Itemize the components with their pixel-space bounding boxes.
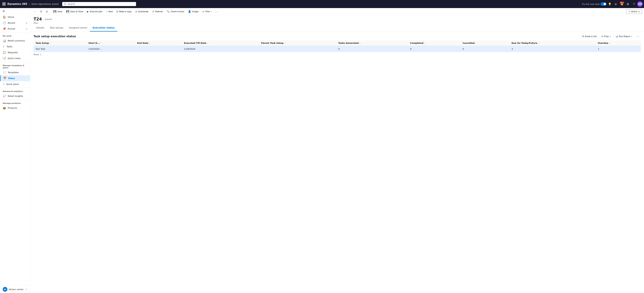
sidebar-item-products[interactable]: 📦 Products [0,105,30,111]
table-header: Task Setup ⌄ Start D... ⌃ [34,41,641,46]
execute-plan-button[interactable]: ▶ Execute plan [85,9,104,14]
user-avatar[interactable]: SM [637,1,643,7]
svg-rect-2 [5,3,6,3]
col-due-on-today[interactable]: Due On Today/Future ⌄ [510,41,596,46]
table-row[interactable]: Test Task 1/24/2024 ... 1/29/2024 4 0 0 … [34,46,641,52]
action-center-button[interactable]: AC Action center ◇ [0,285,30,293]
cell-start-date: 1/24/2024 ... [86,46,135,52]
svg-rect-0 [2,3,3,3]
tasks-icon: ✓ [3,45,5,48]
grid-more-button[interactable]: ⋯ [635,34,641,39]
refresh-button[interactable]: ↺ Refresh [150,9,164,14]
cell-executed-till-date: 1/29/2024 [182,46,259,52]
deactivate-button[interactable]: ⊘ Deactivate [134,9,150,14]
search-input[interactable] [68,3,134,5]
action-center-avatar: AC [3,287,8,292]
col-start-date[interactable]: Start D... ⌃ [86,41,135,46]
plus-icon[interactable]: + [613,1,618,7]
cell-cancelled[interactable]: 0 [460,46,510,52]
check-access-icon: 🔍 [166,10,170,13]
flow-button[interactable]: ⇌ Flow ∨ [200,9,214,14]
refresh-icon: ↺ [152,10,154,13]
col-task-setup[interactable]: Task Setup ⌄ [34,41,86,46]
grid-flow-chevron: ∨ [610,36,611,37]
check-access-button[interactable]: 🔍 Check Access [165,9,186,14]
grid-flow-button[interactable]: ⇌ Flow ∨ [600,34,612,39]
execute-icon: ▶ [87,10,89,13]
help-icon[interactable]: ? [631,1,636,7]
tab-execution-status[interactable]: Execution status [90,24,118,32]
search-icon [64,3,66,5]
sidebar-item-retail-insights[interactable]: 📈 Retail insights [0,93,30,99]
save-close-icon: 💾 [66,10,69,13]
sidebar-collapse-button[interactable]: ☰ [0,8,30,14]
deactivate-icon: ⊘ [135,10,137,13]
col-executed-till-date[interactable]: Executed Till Date ⌄ [182,41,259,46]
list-view-button[interactable]: ☰ [38,9,44,14]
email-link-button[interactable]: ✉ Email a Link [580,34,598,39]
cell-due-on-today[interactable]: 3 [510,46,596,52]
col-end-date[interactable]: End Date ⌄ [135,41,182,46]
svg-rect-6 [2,5,3,6]
quick-notes-icon: 📝 [3,57,6,60]
sidebar-item-recent[interactable]: 🕐 Recent ∨ [0,20,30,26]
sidebar-item-recent-label: Recent [8,22,15,24]
tabs: Details Task setups Assigned stores Exec… [30,24,644,32]
table-header-row: Task Setup ⌄ Start D... ⌃ [34,41,641,46]
sidebar-item-quick-plans[interactable]: ⚡ Quick plans [0,81,30,87]
tab-assigned-stores[interactable]: Assigned stores [66,24,90,32]
sidebar-item-home-label: Home [8,16,14,18]
notifications-button[interactable]: 🔔 99+ [619,1,624,7]
cell-completed[interactable]: 0 [408,46,461,52]
sidebar-item-home[interactable]: 🏠 Home [0,14,30,20]
record-header: T24 - Saved Plan [30,15,644,24]
settings-icon[interactable]: ⚙ [625,1,630,7]
share-icon: ↗ [628,10,630,13]
lightbulb-icon[interactable]: 💡 [607,1,612,7]
col-tasks-generated[interactable]: Tasks Generated ⌄ [336,41,408,46]
back-icon: ← [34,10,36,13]
copy-icon: ⧉ [46,10,48,13]
save-close-button[interactable]: 💾 Save & Close [64,9,85,14]
sidebar-item-pinned[interactable]: 📌 Pinned ∨ [0,26,30,32]
save-button[interactable]: 💾 Save [52,9,64,14]
requests-icon: 📋 [3,51,6,54]
col-overdue[interactable]: Overdue ⌄ [596,41,641,46]
tab-task-setups[interactable]: Task setups [47,24,66,32]
search-box[interactable] [62,2,136,6]
col-cancelled[interactable]: Cancelled ⌄ [460,41,510,46]
sidebar-item-retail-summary[interactable]: 📊 Retail summary [0,38,30,44]
sidebar-item-templates[interactable]: 📄 Templates [0,70,30,75]
sidebar-item-plans[interactable]: 📅 Plans [0,75,30,81]
back-button[interactable]: ← [32,9,38,14]
cell-overdue[interactable]: 1 [596,46,641,52]
advanced-analytics-section: Advanced analytics [0,89,30,93]
assign-button[interactable]: 👤 Assign [186,9,200,14]
manage-templates-section: Manage templates & plans [0,63,30,70]
notification-badge: 99+ [620,2,624,4]
run-report-button[interactable]: 📊 Run Report ∨ [614,34,634,39]
new-look-toggle[interactable] [600,2,606,6]
make-copy-button[interactable]: ⧉ Make a copy [115,9,133,14]
new-button[interactable]: + New [104,9,114,14]
svg-rect-8 [5,5,6,6]
sort-icon-parent: ⌄ [284,42,286,44]
col-parent-task-setup[interactable]: Parent Task Setup ⌄ [259,41,336,46]
sidebar-item-tasks[interactable]: ✓ Tasks [0,44,30,50]
share-button[interactable]: ↗ Share ∨ [626,9,642,14]
sidebar-item-quick-notes[interactable]: 📝 Quick notes [0,55,30,61]
sidebar-item-requests[interactable]: 📋 Requests [0,50,30,55]
svg-rect-4 [4,4,4,5]
new-icon: + [106,10,108,13]
cell-tasks-generated[interactable]: 4 [336,46,408,52]
sidebar-divider-1 [0,32,30,33]
saved-indicator: - Saved [44,18,52,21]
col-completed[interactable]: Completed ⌄ [408,41,461,46]
svg-line-10 [65,4,66,5]
waffle-icon[interactable] [1,1,7,7]
tab-details[interactable]: Details [34,24,47,32]
sidebar-item-pinned-label: Pinned [8,28,15,30]
more-button[interactable]: … [214,9,219,14]
copy-view-button[interactable]: ⧉ [44,9,50,14]
hamburger-icon: ☰ [3,10,5,13]
